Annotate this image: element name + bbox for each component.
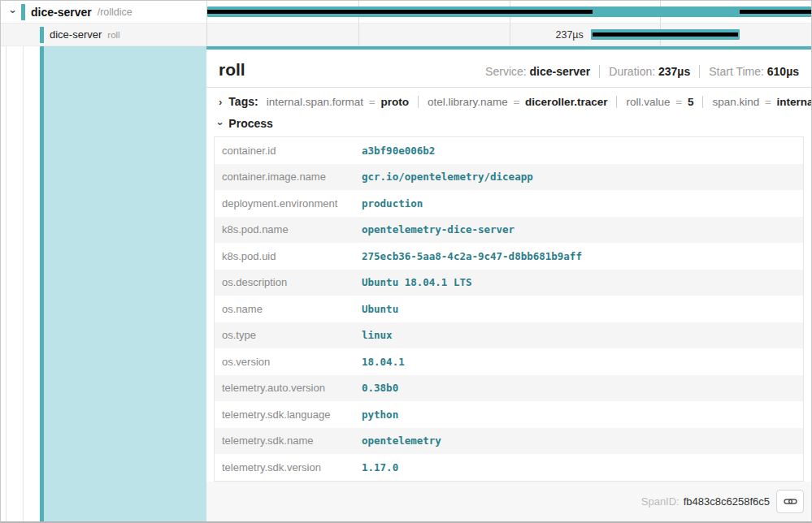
process-key: os.version <box>215 356 362 368</box>
process-table-row: os.description Ubuntu 18.04.1 LTS <box>215 270 803 296</box>
meta-value: dice-server <box>530 65 591 78</box>
span-detail-panel: roll Service: dice-server Duration: 237µ… <box>206 46 811 522</box>
detail-left-rail <box>1 46 206 522</box>
process-value: 18.04.1 <box>362 356 803 368</box>
tag-key: span.kind <box>712 96 759 108</box>
span-name-cell-roll[interactable]: dice-server roll <box>1 24 206 46</box>
process-key: k8s.pod.uid <box>215 250 362 262</box>
parent-span-bar[interactable] <box>207 6 811 17</box>
process-value: production <box>362 197 803 210</box>
tag-equals: = <box>510 96 522 108</box>
span-row-roll[interactable]: dice-server roll 237µs <box>1 24 811 46</box>
process-value: opentelemetry-dice-server <box>362 223 803 236</box>
tag-key: otel.library.name <box>428 96 508 108</box>
trace-detail-window: › dice-server /rolldice dice-server roll… <box>0 0 812 523</box>
service-name: dice-server <box>31 6 92 19</box>
child-span-bar[interactable] <box>591 29 740 40</box>
process-value: gcr.io/opentelemetry/diceapp <box>362 171 803 183</box>
timeline-cell-roll[interactable]: 237µs <box>206 24 811 46</box>
timeline-cell-rolldice[interactable] <box>206 1 811 24</box>
tag-key: internal.span.format <box>267 96 363 108</box>
meta-label: Duration: <box>609 65 658 78</box>
process-table-row: telemetry.sdk.name opentelemetry <box>215 428 803 455</box>
span-detail-header: roll Service: dice-server Duration: 237µ… <box>206 50 811 88</box>
chevron-down-icon: › <box>7 10 20 13</box>
chevron-right-icon: › <box>219 96 222 108</box>
process-label: Process <box>228 117 272 130</box>
operation-name: /rolldice <box>98 6 132 18</box>
process-value: python <box>362 408 803 421</box>
meta-value: 610µs <box>767 65 799 78</box>
meta-label: Start Time: <box>709 65 767 78</box>
process-table: container.id a3bf90e006b2 container.imag… <box>214 136 804 482</box>
process-key: telemetry.sdk.name <box>215 434 362 447</box>
process-key: container.image.name <box>215 171 362 183</box>
process-key: telemetry.auto.version <box>215 382 362 394</box>
process-value: linux <box>362 329 803 341</box>
process-table-row: os.name Ubuntu <box>215 296 803 322</box>
span-bar-inner-line <box>593 32 739 37</box>
process-table-row: telemetry.auto.version 0.38b0 <box>215 375 803 402</box>
spanid-label: SpanID: <box>641 495 680 508</box>
process-table-row: deployment.environment production <box>215 190 803 217</box>
tags-summary-list: internal.span.format = proto otel.librar… <box>267 96 812 108</box>
tag-equals: = <box>762 96 774 108</box>
process-table-row: k8s.pod.uid 275ecb36-5aa8-4c2a-9c47-d8bb… <box>215 243 803 270</box>
process-value: Ubuntu <box>362 303 803 315</box>
detail-accent-fill <box>44 46 206 522</box>
collapse-children-icon[interactable]: › <box>6 6 20 18</box>
process-key: deployment.environment <box>215 197 362 210</box>
process-value: 1.17.0 <box>362 461 803 473</box>
process-table-row: container.image.name gcr.io/opentelemetr… <box>215 164 803 191</box>
tag-value: internal <box>777 96 812 108</box>
process-value: Ubuntu 18.04.1 LTS <box>362 276 803 288</box>
tag-summary-item: roll.value = 5 <box>616 96 702 108</box>
process-table-row: container.id a3bf90e006b2 <box>215 137 803 164</box>
process-value: a3bf90e006b2 <box>362 145 803 157</box>
deep-link-button[interactable] <box>776 490 804 513</box>
span-title: roll <box>219 60 245 80</box>
tags-label: Tags: <box>228 95 258 108</box>
parent-self-time-segment <box>740 10 811 14</box>
tags-accordion[interactable]: › Tags: internal.span.format = proto ote… <box>206 88 811 114</box>
process-table-row: telemetry.sdk.language python <box>215 401 803 428</box>
tag-value: proto <box>380 96 409 108</box>
tree-guide-line <box>23 46 24 522</box>
process-table-row: os.version 18.04.1 <box>215 348 803 375</box>
service-color-bar <box>40 27 44 43</box>
chevron-down-icon: › <box>219 118 222 130</box>
tag-value: 5 <box>688 96 694 108</box>
tree-guide-line <box>6 46 7 522</box>
service-color-bar <box>21 4 25 20</box>
meta-value: 237µs <box>658 65 690 78</box>
process-key: os.name <box>215 303 362 315</box>
span-detail-section: roll Service: dice-server Duration: 237µ… <box>1 46 811 522</box>
meta-item: Start Time: 610µs <box>699 65 799 78</box>
process-accordion[interactable]: › Process <box>206 114 811 135</box>
service-name: dice-server <box>50 28 102 41</box>
process-value: opentelemetry <box>362 434 803 447</box>
process-key: os.description <box>215 276 362 288</box>
meta-item: Service: dice-server <box>476 65 599 78</box>
tag-summary-item: internal.span.format = proto <box>267 96 418 108</box>
process-table-row: k8s.pod.name opentelemetry-dice-server <box>215 217 803 244</box>
operation-name: roll <box>107 30 119 40</box>
gridline-50 <box>510 24 510 45</box>
process-value: 275ecb36-5aa8-4c2a-9c47-d8bb681b9aff <box>362 250 803 262</box>
link-icon <box>784 495 797 508</box>
span-name-cell-rolldice[interactable]: › dice-server /rolldice <box>1 1 206 24</box>
process-table-row: telemetry.sdk.version 1.17.0 <box>215 454 803 481</box>
span-detail-footer: SpanID: fb483c8c6258f6c5 <box>206 482 811 523</box>
process-key: k8s.pod.name <box>215 223 362 236</box>
parent-self-time-segment <box>207 10 593 14</box>
tag-equals: = <box>367 96 378 108</box>
process-table-row: os.type linux <box>215 322 803 349</box>
process-key: telemetry.sdk.language <box>215 408 362 421</box>
tag-summary-item: otel.library.name = diceroller.tracer <box>418 96 617 108</box>
span-row-rolldice[interactable]: › dice-server /rolldice <box>1 1 811 24</box>
tag-equals: = <box>673 96 684 108</box>
spanid-value: fb483c8c6258f6c5 <box>684 495 770 508</box>
span-duration-label: 237µs <box>556 24 584 46</box>
meta-item: Duration: 237µs <box>599 65 699 78</box>
span-meta: Service: dice-server Duration: 237µs Sta… <box>476 65 799 78</box>
